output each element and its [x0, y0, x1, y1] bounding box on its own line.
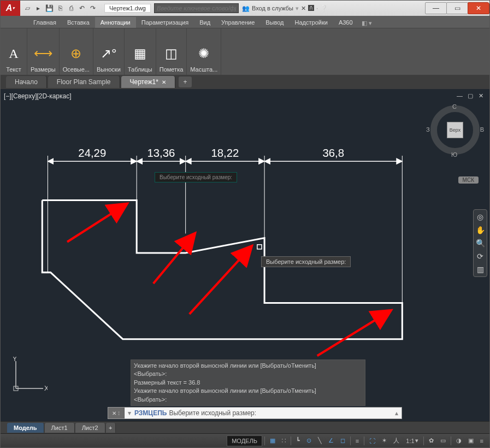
panel-tables[interactable]: ▦ Таблицы	[125, 28, 156, 75]
dynamic-input-1: Выберите исходный размер:	[155, 172, 237, 182]
snap-icon[interactable]: ⸬	[279, 436, 288, 445]
dim-value-1: 13,36	[147, 147, 175, 159]
dimension-icon: ⟷	[33, 44, 53, 63]
osnap-icon[interactable]: ◻	[338, 436, 348, 445]
layout-tab-1[interactable]: Лист1	[45, 423, 75, 433]
file-tab-start[interactable]: Начало	[6, 76, 47, 88]
svg-text:X: X	[44, 385, 48, 392]
modelspace-button[interactable]: МОДЕЛЬ	[227, 435, 262, 446]
print-icon[interactable]: ⎙	[66, 3, 76, 13]
ribbon-tab-output[interactable]: Вывод	[260, 17, 289, 28]
command-line[interactable]: ✕ ⸽ ▾ РЗМЦЕПЬ Выберите исходный размер: …	[108, 407, 402, 419]
open-icon[interactable]: ▸	[33, 3, 43, 13]
exchange-icon[interactable]: ✕	[301, 5, 306, 12]
save-icon[interactable]: 💾	[44, 3, 54, 13]
grid-icon[interactable]: ▦	[267, 436, 278, 445]
svg-text:Y: Y	[13, 357, 17, 363]
close-button[interactable]: ✕	[468, 2, 489, 14]
ribbon-tabs: Главная Вставка Аннотации Параметризация…	[1, 16, 489, 28]
autosnap-icon[interactable]: ∠	[326, 436, 336, 445]
polyline-outline[interactable]	[42, 200, 402, 339]
red-arrow-4	[317, 311, 389, 356]
ribbon-tab-annotate[interactable]: Аннотации	[95, 17, 136, 28]
account-area: 👥 Вход в службы ▾ ✕ 🅰 · ❔	[242, 5, 328, 12]
panel-dims[interactable]: ⟷ Размеры	[27, 28, 60, 75]
status-bar: МОДЕЛЬ ▦ ⸬ ┗ ⊙ ╲ ∠ ◻ ≡ ⛶ ✶ 人 1:1 ▾ ✿ ▭ ◑…	[1, 433, 489, 447]
commandline-expand-icon[interactable]: ▴	[392, 409, 402, 417]
ribbon-tab-home[interactable]: Главная	[28, 17, 62, 28]
file-tab-sample[interactable]: Floor Plan Sample	[48, 76, 120, 88]
layout-tab-2[interactable]: Лист2	[75, 423, 105, 433]
customize-icon[interactable]: ≡	[477, 437, 486, 445]
saveas-icon[interactable]: ⎘	[55, 3, 65, 13]
text-icon: A	[4, 44, 23, 63]
file-tab-label: Чертеж1*	[130, 78, 158, 86]
app-window: A▾ ▱ ▸ 💾 ⎘ ⎙ ↶ ↷ Чертеж1.dwg 👥 Вход в сл…	[0, 0, 490, 448]
cmd-history-line: <Выбрать>:	[134, 396, 362, 404]
tab-close-icon[interactable]: ✕	[162, 79, 166, 85]
quick-access-toolbar: ▱ ▸ 💾 ⎘ ⎙ ↶ ↷	[22, 3, 98, 13]
workspace-icon[interactable]: ✿	[426, 436, 436, 445]
panel-centerlines[interactable]: ⊕ Осевые...	[60, 28, 93, 75]
command-prompt: Выберите исходный размер:	[169, 409, 256, 417]
scale-button[interactable]: 1:1 ▾	[403, 436, 421, 445]
ribbon-tab-addins[interactable]: Надстройки	[290, 17, 333, 28]
panel-scale[interactable]: ✺ Масшта...	[187, 28, 221, 75]
search-input[interactable]	[154, 3, 239, 13]
dim-value-3: 36,8	[322, 147, 344, 159]
panel-toggle-icon[interactable]: ◧ ▾	[358, 19, 375, 28]
ribbon-tab-insert[interactable]: Вставка	[62, 17, 95, 28]
a360-icon[interactable]: 🅰	[308, 5, 314, 11]
panel-markup[interactable]: ◫ Пометка	[156, 28, 187, 75]
maximize-button[interactable]: ▭	[446, 2, 468, 14]
centerline-icon: ⊕	[66, 44, 86, 63]
red-arrow-1	[67, 205, 126, 242]
ortho-icon[interactable]: ┗	[293, 436, 303, 445]
lineweight-icon[interactable]: ≡	[353, 437, 362, 445]
layout-tab-add[interactable]: +	[106, 423, 116, 433]
help-icon[interactable]: ❔	[320, 5, 328, 12]
quickprops-icon[interactable]: ◑	[453, 436, 464, 445]
cmd-history-line: Размерный текст = 36.8	[134, 379, 362, 387]
dim-value-0: 24,29	[78, 147, 106, 159]
file-tab-current[interactable]: Чертеж1*✕	[121, 76, 175, 88]
cleanscreen-icon[interactable]: ▣	[465, 436, 476, 445]
scale-value: 1:1	[406, 438, 414, 444]
cmd-history-line: Укажите начало второй выносной линии или…	[134, 362, 362, 370]
red-arrow-2	[154, 234, 194, 283]
table-icon: ▦	[130, 44, 150, 63]
annotation-scale-icon[interactable]: ⛶	[367, 437, 378, 445]
infocenter-icon[interactable]: 👥	[242, 5, 250, 12]
dim-value-2: 18,22	[211, 147, 239, 159]
signin-button[interactable]: Вход в службы	[252, 5, 293, 11]
cmd-history-line: Укажите начало второй выносной линии или…	[134, 387, 362, 395]
app-logo[interactable]: A▾	[1, 1, 20, 16]
drawing-area[interactable]: [−][Сверху][2D-каркас] — ▢ ✕ Верх С Ю З …	[1, 89, 489, 433]
layout-tab-model[interactable]: Модель	[7, 423, 44, 433]
units-icon[interactable]: ▭	[438, 436, 448, 445]
ribbon: A Текст ⟷ Размеры ⊕ Осевые... ↗° Выноски…	[1, 28, 489, 75]
new-icon[interactable]: ▱	[22, 3, 32, 13]
dynamic-input-2: Выберите исходный размер:	[261, 256, 351, 267]
ribbon-tab-manage[interactable]: Управление	[216, 17, 260, 28]
polar-icon[interactable]: ⊙	[304, 436, 314, 445]
annoscale-icon[interactable]: 人	[391, 435, 402, 446]
isodraft-icon[interactable]: ╲	[315, 436, 324, 445]
scale-icon: ✺	[194, 44, 214, 63]
ribbon-tab-parametric[interactable]: Параметризация	[136, 17, 194, 28]
command-history[interactable]: Укажите начало второй выносной линии или…	[131, 359, 365, 406]
file-tab-add[interactable]: +	[179, 76, 192, 87]
commandline-chevron-icon[interactable]: ▾	[125, 409, 134, 417]
ribbon-tab-view[interactable]: Вид	[194, 17, 216, 28]
commandline-handle[interactable]: ✕ ⸽	[108, 408, 125, 418]
layout-tabs: Модель Лист1 Лист2 +	[1, 421, 489, 433]
panel-text[interactable]: A Текст	[1, 28, 27, 75]
undo-icon[interactable]: ↶	[77, 3, 87, 13]
minimize-button[interactable]: —	[425, 2, 447, 14]
ribbon-tab-a360[interactable]: A360	[333, 17, 358, 28]
file-tabs: Начало Floor Plan Sample Чертеж1*✕ +	[1, 75, 489, 89]
annomonitor-icon[interactable]: ✶	[379, 436, 389, 445]
redo-icon[interactable]: ↷	[88, 3, 98, 13]
ucs-icon[interactable]: X Y	[9, 357, 48, 395]
panel-leaders[interactable]: ↗° Выноски	[93, 28, 125, 75]
